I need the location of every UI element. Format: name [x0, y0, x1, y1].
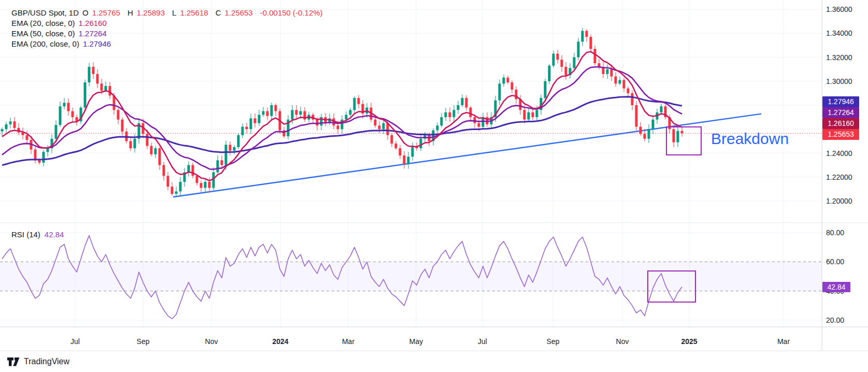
- price-axis[interactable]: [822, 0, 868, 351]
- candle-body: [499, 83, 501, 100]
- price-badge: 1.27946: [822, 96, 859, 107]
- candle-body: [619, 80, 621, 83]
- candle-body: [254, 118, 257, 123]
- candle-body: [9, 121, 12, 124]
- candle-body: [594, 49, 596, 63]
- rsi-legend-row[interactable]: RSI (14)42.84: [11, 230, 68, 239]
- candle-body: [353, 98, 356, 110]
- candle-body: [59, 106, 62, 125]
- candle-body: [171, 187, 174, 194]
- candle-body: [552, 54, 555, 66]
- price-highlight-box[interactable]: [666, 127, 701, 155]
- indicator-row-ema200[interactable]: EMA (200, close, 0)1.27946: [11, 39, 326, 49]
- candle-body: [590, 37, 592, 49]
- candle-body: [26, 135, 29, 140]
- time-axis[interactable]: [0, 327, 822, 351]
- ohlc-low: L1.25618: [172, 8, 212, 17]
- candle-body: [399, 148, 402, 155]
- candle-body: [474, 117, 476, 123]
- candle-body: [179, 182, 182, 192]
- candle-body: [557, 54, 559, 60]
- candle-body: [67, 103, 70, 111]
- candle-body: [623, 80, 625, 88]
- candle-body: [275, 105, 277, 111]
- rsi-value-badge: 42.84: [822, 282, 850, 292]
- candle-body: [652, 120, 654, 130]
- candle-body: [411, 147, 414, 157]
- breakdown-annotation[interactable]: Breakdown: [711, 130, 789, 148]
- indicator-label: EMA (50, close, 0): [11, 29, 75, 38]
- candle-body: [561, 60, 563, 67]
- candle-body: [610, 69, 613, 77]
- candle-body: [175, 192, 178, 194]
- candle-body: [548, 66, 551, 81]
- indicator-row-ema50[interactable]: EMA (50, close, 0)1.27264: [11, 28, 326, 39]
- symbol-title[interactable]: GBP/USD Spot, 1D: [11, 8, 79, 17]
- candle-body: [577, 41, 580, 57]
- candle-body: [55, 125, 58, 139]
- candle-body: [241, 127, 244, 135]
- ohlc-high: H1.25893: [127, 8, 168, 17]
- candle-body: [167, 176, 169, 187]
- candle-body: [449, 112, 451, 117]
- candle-body: [635, 105, 638, 127]
- candle-body: [154, 148, 157, 154]
- candle-body: [436, 125, 439, 130]
- candle-body: [639, 127, 642, 134]
- candle-body: [445, 112, 447, 117]
- candle-body: [511, 82, 514, 90]
- candle-body: [217, 160, 219, 172]
- candles-series: [1, 28, 684, 197]
- candle-body: [196, 176, 198, 183]
- candle-body: [395, 144, 397, 148]
- candle-body: [105, 86, 107, 91]
- candle-body: [233, 147, 236, 151]
- candle-body: [225, 145, 227, 165]
- candle-body: [469, 108, 472, 118]
- candle-body: [204, 182, 207, 188]
- chart-canvas[interactable]: [0, 0, 868, 372]
- tradingview-logo[interactable]: TradingView: [7, 357, 69, 366]
- candle-body: [291, 110, 294, 120]
- candle-body: [440, 117, 443, 125]
- candle-body: [117, 110, 120, 120]
- candle-body: [250, 118, 252, 129]
- change-value: -0.00150 (-0.12%): [260, 8, 323, 17]
- tradingview-chart-window: GBP/USD Spot, 1DO1.25765H1.25893L1.25618…: [0, 0, 868, 372]
- candle-body: [212, 173, 215, 188]
- candle-body: [72, 111, 74, 118]
- candle-body: [229, 145, 232, 151]
- rsi-label: RSI (14): [11, 230, 40, 239]
- candle-body: [258, 115, 261, 123]
- candle-body: [1, 129, 4, 131]
- tradingview-logo-icon: [7, 357, 20, 366]
- candle-body: [345, 115, 348, 120]
- candle-body: [130, 141, 132, 148]
- indicator-value: 1.26160: [79, 19, 107, 27]
- candle-body: [159, 148, 161, 165]
- candle-body: [378, 125, 381, 129]
- candle-body: [544, 81, 547, 98]
- indicator-value: 1.27264: [79, 29, 107, 38]
- indicator-row-ema20[interactable]: EMA (20, close, 0)1.26160: [11, 18, 326, 28]
- candle-body: [644, 134, 646, 139]
- candle-body: [677, 131, 679, 142]
- chart-legend: GBP/USD Spot, 1DO1.25765H1.25893L1.25618…: [11, 8, 326, 49]
- candle-body: [606, 69, 609, 74]
- candle-body: [271, 105, 273, 116]
- candle-body: [38, 160, 41, 163]
- candle-body: [507, 78, 509, 82]
- candle-body: [648, 129, 650, 139]
- ohlc-open: O1.25765: [82, 8, 124, 17]
- candle-body: [5, 124, 8, 129]
- price-badge: 1.27264: [822, 107, 859, 118]
- candle-body: [47, 148, 49, 152]
- candle-body: [565, 67, 567, 75]
- candle-body: [382, 123, 385, 130]
- candle-body: [453, 110, 456, 117]
- candle-body: [266, 111, 269, 116]
- symbol-ohlc-row: GBP/USD Spot, 1DO1.25765H1.25893L1.25618…: [11, 8, 326, 18]
- candle-body: [407, 156, 410, 164]
- candle-body: [188, 165, 190, 173]
- candle-body: [262, 111, 265, 115]
